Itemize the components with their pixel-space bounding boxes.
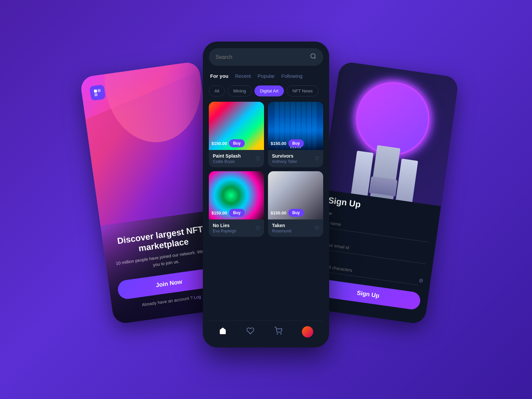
buy-button[interactable]: Buy	[229, 209, 245, 217]
price-badge: $150.00 Buy	[271, 209, 304, 217]
nft-title: No Lies	[213, 223, 236, 228]
nft-title: Paint Splash	[213, 153, 241, 159]
filter-nft-news[interactable]: NFT News	[287, 85, 318, 96]
nft-details: Paint Splash Codie Bryan	[213, 153, 241, 164]
nft-author: Codie Bryan	[213, 159, 241, 164]
nft-card-no-lies[interactable]: $150.00 Buy No Lies Eva Rayleigh ♡	[209, 171, 264, 237]
heart-icon[interactable]: ♡	[255, 156, 260, 162]
nft-image-paint-splash: $150.00 Buy	[209, 102, 264, 150]
price: $150.00	[211, 141, 227, 146]
laptop	[369, 176, 398, 197]
phone-center: For you Recent Popular Following All Min…	[203, 42, 329, 347]
nft-image-taken: $150.00 Buy	[268, 171, 323, 219]
phones-container: Discover largest NFTs marketplace 10 mil…	[116, 42, 416, 357]
svg-point-4	[277, 333, 278, 334]
price-badge: $150.00 Buy	[211, 139, 245, 147]
eye-icon[interactable]: ⊘	[418, 277, 424, 284]
search-icon	[310, 53, 317, 61]
svg-rect-1	[97, 89, 101, 92]
nft-author: Rosemund	[272, 229, 291, 233]
tab-popular[interactable]: Popular	[258, 72, 275, 80]
search-input[interactable]	[215, 54, 307, 60]
login-link[interactable]: Log	[194, 294, 201, 300]
svg-rect-2	[94, 93, 98, 96]
nft-image-survivors: $150.00 Buy	[268, 102, 323, 150]
filter-digital-art[interactable]: Digital Art	[254, 85, 284, 96]
price: $150.00	[271, 141, 286, 146]
center-phone-inner: For you Recent Popular Following All Min…	[203, 42, 329, 347]
price-badge: $150.00 Buy	[211, 209, 245, 217]
nft-image-no-lies: $150.00 Buy	[209, 171, 264, 219]
filter-pills: All Mining Digital Art NFT News	[209, 85, 323, 96]
statue-right	[396, 159, 418, 202]
avatar-nav[interactable]	[302, 326, 313, 337]
heart-icon[interactable]: ♡	[315, 156, 319, 162]
svg-rect-0	[94, 89, 97, 93]
nft-info: Paint Splash Codie Bryan ♡	[209, 150, 264, 167]
nft-details: Taken Rosemund	[272, 223, 291, 233]
heart-icon[interactable]: ♡	[255, 225, 260, 231]
price-badge: $150.00 Buy	[271, 139, 304, 147]
svg-point-5	[281, 333, 281, 334]
nft-details: No Lies Eva Rayleigh	[213, 223, 236, 233]
cart-nav-icon[interactable]	[274, 327, 282, 337]
nft-title: Survivors	[272, 153, 297, 159]
nft-card-survivors[interactable]: $150.00 Buy Survivors Anthony Teller ♡	[268, 102, 323, 167]
buy-button[interactable]: Buy	[288, 209, 304, 217]
buy-button[interactable]: Buy	[288, 139, 304, 147]
home-nav-icon[interactable]	[219, 327, 227, 337]
nft-title: Taken	[272, 223, 291, 228]
nft-author: Eva Rayleigh	[213, 229, 236, 233]
nft-info: Taken Rosemund ♡	[268, 219, 323, 237]
statues	[351, 142, 420, 202]
tab-nav: For you Recent Popular Following	[209, 72, 323, 80]
price: $150.00	[271, 210, 286, 215]
buy-button[interactable]: Buy	[229, 139, 245, 147]
statue-center	[370, 145, 400, 199]
tab-for-you[interactable]: For you	[210, 72, 228, 80]
price: $150.00	[211, 210, 227, 215]
search-bar[interactable]	[209, 48, 323, 66]
tab-recent[interactable]: Recent	[235, 72, 251, 80]
nft-details: Survivors Anthony Teller	[272, 153, 297, 164]
bottom-nav	[209, 321, 323, 341]
right-art	[323, 61, 459, 206]
nft-info: No Lies Eva Rayleigh ♡	[209, 219, 264, 237]
favorites-nav-icon[interactable]	[246, 327, 254, 337]
filter-mining[interactable]: Mining	[227, 85, 251, 96]
svg-point-3	[311, 54, 315, 58]
heart-icon[interactable]: ♡	[315, 225, 319, 231]
nft-card-paint-splash[interactable]: $150.00 Buy Paint Splash Codie Bryan ♡	[209, 102, 264, 167]
nft-author: Anthony Teller	[272, 159, 297, 164]
app-logo	[89, 84, 106, 101]
filter-all[interactable]: All	[209, 85, 225, 96]
nft-info: Survivors Anthony Teller ♡	[268, 150, 323, 167]
nft-card-taken[interactable]: $150.00 Buy Taken Rosemund ♡	[268, 171, 323, 237]
tab-following[interactable]: Following	[281, 72, 302, 80]
nft-grid: $150.00 Buy Paint Splash Codie Bryan ♡	[209, 102, 323, 237]
